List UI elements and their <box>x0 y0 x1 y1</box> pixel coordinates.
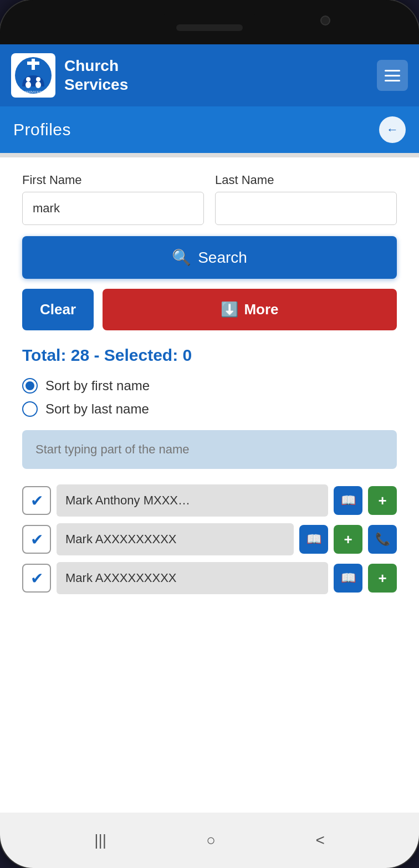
filter-input[interactable] <box>22 430 397 469</box>
svg-text:SERVICES: SERVICES <box>25 90 42 94</box>
sort-by-last-name[interactable]: Sort by last name <box>22 401 397 417</box>
hamburger-line-3 <box>385 80 400 81</box>
app-title: Church Services <box>64 57 368 94</box>
sort-first-radio-inner <box>25 381 34 390</box>
plus-icon-2: + <box>344 531 352 548</box>
plus-icon-1: + <box>378 492 386 509</box>
book-icon-1: 📖 <box>341 493 356 508</box>
profile-checkbox-1[interactable]: ✔ <box>22 486 51 515</box>
profile-name-2: Mark AXXXXXXXXX <box>57 523 294 555</box>
more-button[interactable]: ⬇️ More <box>103 289 397 330</box>
svg-rect-2 <box>27 62 39 65</box>
phone-camera <box>320 16 330 25</box>
search-button-label: Search <box>198 249 247 267</box>
sort-options: Sort by first name Sort by last name <box>22 378 397 417</box>
sort-first-label: Sort by first name <box>45 378 150 394</box>
last-name-group: Last Name <box>215 173 397 225</box>
search-icon: 🔍 <box>172 248 191 267</box>
profile-phone-btn-2[interactable]: 📞 <box>368 525 397 554</box>
profile-checkbox-2[interactable]: ✔ <box>22 525 51 554</box>
table-row: ✔ Mark AXXXXXXXXX 📖 + <box>22 562 397 594</box>
profile-book-btn-3[interactable]: 📖 <box>334 564 362 593</box>
svg-point-6 <box>35 81 41 88</box>
svg-point-4 <box>25 81 31 88</box>
more-button-label: More <box>244 301 278 318</box>
table-row: ✔ Mark AXXXXXXXXX 📖 + 📞 <box>22 523 397 555</box>
book-icon-3: 📖 <box>341 571 356 585</box>
last-name-label: Last Name <box>215 173 397 187</box>
main-content: First Name Last Name 🔍 Search Clear ⬇️ M… <box>0 157 419 813</box>
sub-header: Profiles ← <box>0 106 419 153</box>
book-icon-2: 📖 <box>306 532 321 547</box>
divider <box>0 153 419 157</box>
more-icon: ⬇️ <box>221 301 238 318</box>
recent-apps-icon[interactable]: ||| <box>94 831 106 849</box>
sort-by-first-name[interactable]: Sort by first name <box>22 378 397 394</box>
check-icon-3: ✔ <box>30 569 43 588</box>
svg-point-5 <box>36 77 40 81</box>
svg-point-3 <box>26 77 30 81</box>
plus-icon-3: + <box>378 570 386 587</box>
name-form-row: First Name Last Name <box>22 173 397 225</box>
phone-frame: SERVICES Church Services Profiles ← <box>0 0 419 868</box>
phone-icon-2: 📞 <box>375 532 390 547</box>
app-header: SERVICES Church Services <box>0 44 419 106</box>
first-name-label: First Name <box>22 173 204 187</box>
hamburger-line-2 <box>385 75 400 76</box>
home-icon[interactable]: ○ <box>206 831 216 849</box>
profile-name-1: Mark Anthony MXXX… <box>57 484 328 517</box>
profile-add-btn-3[interactable]: + <box>368 564 397 593</box>
first-name-input[interactable] <box>22 192 204 225</box>
back-arrow-icon: ← <box>386 122 398 137</box>
search-button[interactable]: 🔍 Search <box>22 236 397 279</box>
profile-list: ✔ Mark Anthony MXXX… 📖 + ✔ Mark AXXXXX <box>22 484 397 594</box>
sort-last-radio-outer <box>22 401 38 417</box>
profile-book-btn-1[interactable]: 📖 <box>334 486 362 515</box>
phone-notch <box>160 0 259 16</box>
profile-book-btn-2[interactable]: 📖 <box>299 525 328 554</box>
phone-bottom-bar: ||| ○ < <box>0 813 419 868</box>
logo-svg: SERVICES <box>14 56 53 95</box>
check-icon-1: ✔ <box>30 492 43 510</box>
last-name-input[interactable] <box>215 192 397 225</box>
stats-text: Total: 28 - Selected: 0 <box>22 346 397 365</box>
profile-add-btn-1[interactable]: + <box>368 486 397 515</box>
table-row: ✔ Mark Anthony MXXX… 📖 + <box>22 484 397 517</box>
profile-add-btn-2[interactable]: + <box>334 525 362 554</box>
hamburger-button[interactable] <box>377 60 408 91</box>
page-title: Profiles <box>13 120 71 139</box>
first-name-group: First Name <box>22 173 204 225</box>
profile-checkbox-3[interactable]: ✔ <box>22 564 51 593</box>
back-nav-icon[interactable]: < <box>315 831 324 849</box>
profile-name-3: Mark AXXXXXXXXX <box>57 562 328 594</box>
phone-speaker <box>176 24 243 31</box>
hamburger-line-1 <box>385 70 400 72</box>
app-logo: SERVICES <box>11 53 55 98</box>
check-icon-2: ✔ <box>30 530 43 549</box>
sort-last-label: Sort by last name <box>45 401 149 417</box>
action-row: Clear ⬇️ More <box>22 289 397 330</box>
phone-screen: SERVICES Church Services Profiles ← <box>0 44 419 813</box>
back-button[interactable]: ← <box>379 116 406 143</box>
sort-first-radio-outer <box>22 378 38 394</box>
clear-button[interactable]: Clear <box>22 289 94 330</box>
phone-top-bar <box>0 0 419 44</box>
